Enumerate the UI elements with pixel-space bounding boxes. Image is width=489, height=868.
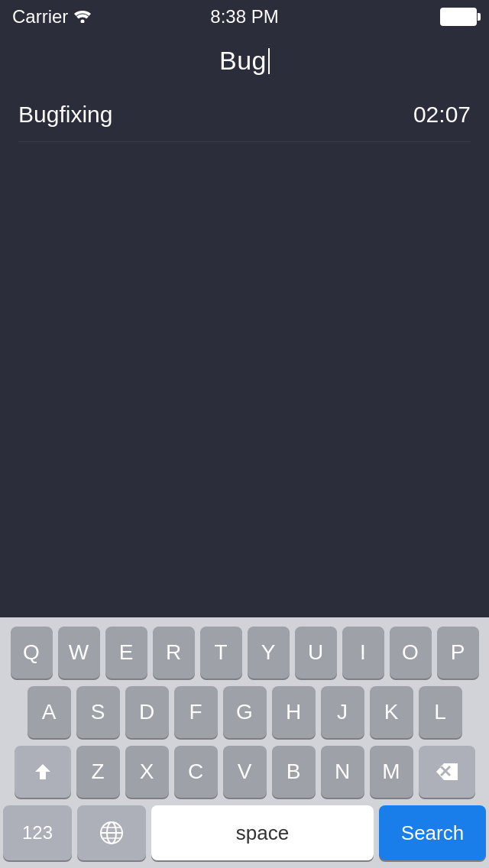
key-e[interactable]: E [105,627,147,679]
key-o[interactable]: O [390,627,432,679]
key-g[interactable]: G [223,686,267,738]
key-q[interactable]: Q [11,627,53,679]
globe-icon [99,821,124,845]
key-z[interactable]: Z [76,746,120,798]
keyboard-row-3: Z X C V B N M [3,746,486,798]
battery-indicator [440,8,477,26]
search-display-area[interactable]: Bug [0,34,489,82]
key-f[interactable]: F [174,686,218,738]
numbers-label: 123 [22,822,53,844]
key-j[interactable]: J [321,686,364,738]
key-w[interactable]: W [58,627,100,679]
search-key[interactable]: Search [379,805,486,860]
results-list: Bugfixing 02:07 [0,88,489,142]
key-i[interactable]: I [342,627,384,679]
numbers-key[interactable]: 123 [3,805,72,860]
carrier-label: Carrier [12,6,91,28]
key-l[interactable]: L [419,686,462,738]
battery-icon [440,8,477,26]
key-d[interactable]: D [125,686,169,738]
keyboard-row-2: A S D F G H J K L [3,686,486,738]
result-name: Bugfixing [18,102,112,128]
keyboard-row-1: Q W E R T Y U I O P [3,627,486,679]
keyboard: Q W E R T Y U I O P A S D F G H J K L Z … [0,617,489,868]
delete-icon [436,763,458,780]
key-y[interactable]: Y [248,627,290,679]
key-x[interactable]: X [125,746,169,798]
key-s[interactable]: S [76,686,120,738]
status-time: 8:38 PM [210,6,278,28]
key-t[interactable]: T [200,627,242,679]
result-item-bugfixing[interactable]: Bugfixing 02:07 [18,88,471,142]
key-a[interactable]: A [28,686,71,738]
key-h[interactable]: H [272,686,316,738]
search-label: Search [401,821,464,845]
key-b[interactable]: B [272,746,316,798]
key-c[interactable]: C [174,746,218,798]
status-bar: Carrier 8:38 PM [0,0,489,34]
shift-icon [34,763,52,781]
search-query-text: Bug [219,46,267,76]
svg-point-0 [81,20,85,24]
space-key[interactable]: space [151,805,374,860]
keyboard-row-bottom: 123 space Search [3,805,486,860]
key-m[interactable]: M [370,746,413,798]
text-cursor [268,48,270,74]
search-input-display[interactable]: Bug [219,46,270,76]
key-k[interactable]: K [370,686,413,738]
delete-key[interactable] [419,746,475,798]
key-r[interactable]: R [153,627,195,679]
key-u[interactable]: U [295,627,337,679]
key-n[interactable]: N [321,746,364,798]
key-p[interactable]: P [437,627,479,679]
key-v[interactable]: V [223,746,267,798]
wifi-icon [74,11,91,23]
globe-key[interactable] [77,805,146,860]
result-time: 02:07 [413,102,471,128]
space-label: space [236,821,289,845]
shift-key[interactable] [15,746,71,798]
carrier-text: Carrier [12,6,68,28]
